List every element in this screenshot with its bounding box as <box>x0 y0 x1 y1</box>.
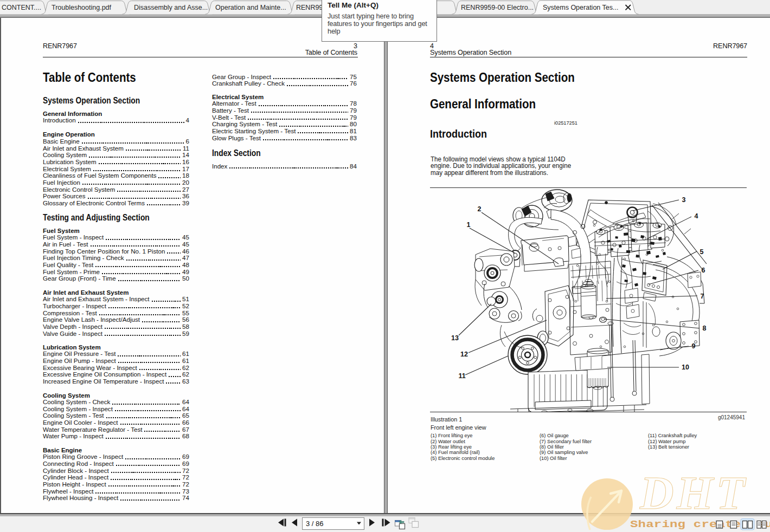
svg-text:10: 10 <box>682 364 689 371</box>
svg-text:8: 8 <box>703 325 707 332</box>
svg-text:13: 13 <box>451 334 459 342</box>
svg-text:4: 4 <box>695 212 698 220</box>
svg-text:Systems Operation Tes...: Systems Operation Tes... <box>543 4 618 11</box>
svg-text:5: 5 <box>700 248 704 256</box>
svg-text:7: 7 <box>701 293 704 300</box>
svg-text:3: 3 <box>682 196 686 204</box>
svg-text:CONTENT....: CONTENT.... <box>2 4 41 11</box>
svg-text:Operation and Mainte...: Operation and Mainte... <box>215 4 286 11</box>
svg-text:11: 11 <box>458 372 465 380</box>
svg-text:Disassembly and Asse...: Disassembly and Asse... <box>134 4 208 11</box>
svg-text:12: 12 <box>460 351 468 358</box>
svg-text:9: 9 <box>692 342 696 350</box>
svg-text:RENR9959-00 Electro...: RENR9959-00 Electro... <box>461 4 534 11</box>
svg-text:6: 6 <box>702 267 705 274</box>
svg-text:Troubleshooting.pdf: Troubleshooting.pdf <box>52 4 112 11</box>
svg-text:1: 1 <box>467 221 471 229</box>
svg-text:2: 2 <box>478 205 482 213</box>
